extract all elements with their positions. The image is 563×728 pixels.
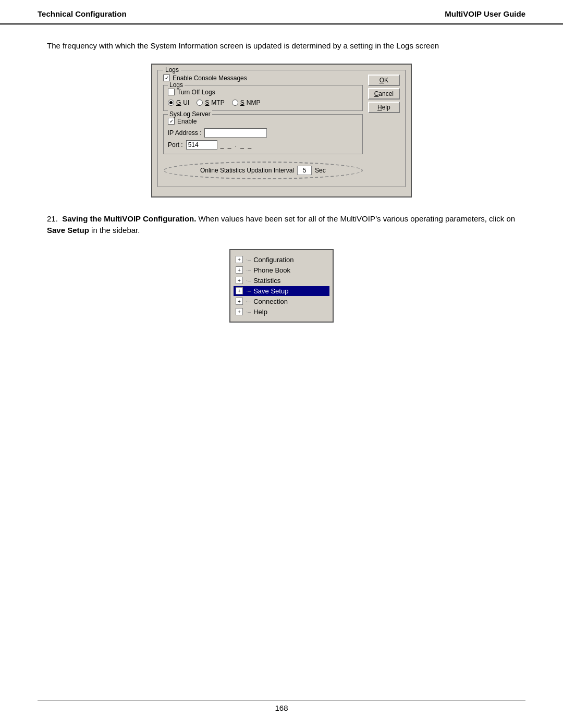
tree-line-3: ·– (246, 288, 251, 294)
interval-input[interactable] (297, 166, 312, 175)
header-right: MultiVOIP User Guide (445, 9, 525, 18)
enable-console-label: Enable Console Messages (173, 75, 247, 82)
step21-text: When values have been set for all of the… (199, 214, 516, 223)
sidebar-label-3: Save Setup (253, 287, 288, 295)
turn-off-checkbox[interactable] (168, 89, 175, 95)
expand-icon-2: + (236, 277, 243, 284)
syslog-enable-label: Enable (177, 118, 197, 125)
syslog-enable-checkbox[interactable] (168, 118, 175, 125)
sidebar-label-1: Phone Book (253, 266, 290, 274)
radio-smtp[interactable]: SMTP (197, 99, 224, 106)
step21-bold-title: Saving the MultiVOIP Configuration. (62, 214, 196, 223)
radio-gui-btn[interactable] (168, 100, 174, 106)
tree-line-4: ·– (246, 298, 251, 304)
port-dashes: _ _ . _ _ (221, 141, 252, 149)
logs-outer-group-label: Logs (163, 66, 181, 73)
page-header: Technical Configuration MultiVOIP User G… (0, 0, 563, 24)
inner-logs-label: Logs (168, 81, 185, 89)
sidebar-item-phone-book[interactable]: +·–Phone Book (234, 265, 329, 275)
intro-paragraph: The frequency with which the System Info… (47, 40, 516, 52)
syslog-enable-row: Enable (168, 118, 358, 125)
radio-row: GUI SMTP SNMP (168, 99, 358, 106)
step21-paragraph: 21. Saving the MultiVOIP Configuration. … (47, 213, 516, 237)
sidebar-label-2: Statistics (253, 277, 280, 285)
cancel-button[interactable]: Cancel (368, 88, 400, 100)
step21-number: 21. (47, 214, 58, 223)
sidebar-item-save-setup[interactable]: +·–Save Setup (234, 286, 329, 296)
port-input[interactable] (186, 140, 217, 150)
radio-smtp-label-rest: MTP (211, 99, 224, 106)
radio-gui[interactable]: GUI (168, 99, 189, 106)
sidebar-item-configuration[interactable]: +·–Configuration (234, 255, 329, 265)
step21-bold-save: Save Setup (47, 226, 89, 235)
expand-icon-1: + (236, 266, 243, 274)
radio-gui-label-rest: UI (183, 99, 189, 106)
sidebar-label-4: Connection (253, 298, 288, 305)
tree-line-0: ·– (246, 256, 251, 263)
expand-icon-4: + (236, 298, 243, 305)
footer-line (38, 700, 525, 700)
page-footer: 168 (0, 700, 563, 712)
inner-logs-group: Logs Turn Off Logs GUI (163, 85, 363, 111)
main-content: The frequency with which the System Info… (0, 24, 563, 354)
sidebar-label-0: Configuration (253, 256, 293, 264)
help-button[interactable]: Help (368, 102, 400, 113)
radio-snmp-btn[interactable] (232, 100, 238, 106)
sidebar-item-help[interactable]: +·–Help (234, 307, 329, 317)
dialog-left-panel: Enable Console Messages Logs Turn Off Lo… (163, 75, 363, 181)
dialog-buttons: OK Cancel Help (368, 75, 400, 113)
expand-icon-0: + (236, 256, 243, 263)
ip-field-row: IP Address : (168, 128, 358, 138)
radio-snmp[interactable]: SNMP (232, 99, 261, 106)
sidebar-item-connection[interactable]: +·–Connection (234, 297, 329, 306)
tree-line-5: ·– (246, 309, 251, 315)
sidebar-screenshot: +·–Configuration+·–Phone Book+·–Statisti… (229, 249, 334, 323)
step21-text-end: in the sidebar. (91, 226, 140, 235)
port-label: Port : (168, 141, 183, 149)
tree-line-1: ·– (246, 267, 251, 273)
turn-off-label: Turn Off Logs (177, 89, 215, 96)
interval-label: Online Statistics Updation Interval (200, 167, 294, 174)
radio-smtp-btn[interactable] (197, 100, 203, 106)
enable-console-checkbox[interactable] (163, 75, 170, 81)
expand-icon-5: + (236, 308, 243, 315)
ip-label: IP Address : (168, 129, 201, 137)
sidebar-item-statistics[interactable]: +·–Statistics (234, 276, 329, 286)
dashed-oval: Online Statistics Updation Interval Sec (163, 162, 363, 179)
logs-outer-group: Logs Enable Console Messages Logs (157, 70, 406, 187)
header-left: Technical Configuration (38, 9, 127, 18)
expand-icon-3: + (236, 287, 243, 294)
sidebar-items-container: +·–Configuration+·–Phone Book+·–Statisti… (234, 255, 329, 317)
dialog-top-row: Enable Console Messages Logs Turn Off Lo… (163, 75, 400, 181)
interval-section: Online Statistics Updation Interval Sec (163, 157, 363, 181)
page-number: 168 (275, 704, 288, 712)
interval-unit: Sec (315, 167, 326, 174)
radio-gui-label: G (176, 99, 181, 106)
turn-off-row: Turn Off Logs (168, 89, 358, 96)
radio-snmp-label-rest: NMP (247, 99, 261, 106)
radio-smtp-label: S (205, 99, 209, 106)
port-field-row: Port : _ _ . _ _ (168, 140, 358, 150)
syslog-group: SysLog Server Enable IP Address : (163, 114, 363, 154)
ok-button[interactable]: OK (368, 75, 400, 86)
sidebar-label-5: Help (253, 308, 267, 316)
syslog-group-label: SysLog Server (168, 110, 212, 118)
radio-snmp-label: S (240, 99, 244, 106)
logs-dialog-screenshot: Logs Enable Console Messages Logs (151, 64, 412, 198)
tree-line-2: ·– (246, 277, 251, 283)
enable-console-row: Enable Console Messages (163, 75, 363, 82)
ip-input[interactable] (204, 128, 267, 138)
